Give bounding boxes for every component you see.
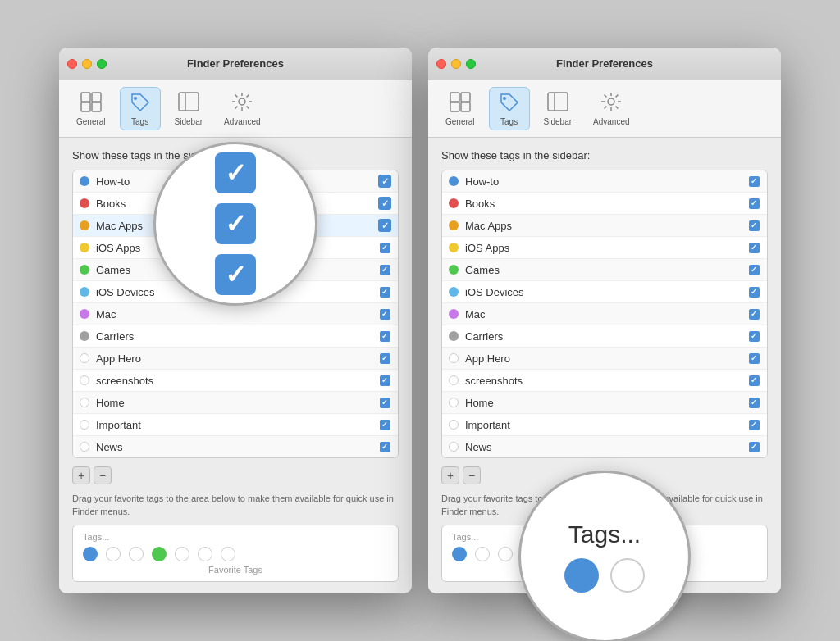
tag-checkbox[interactable] bbox=[378, 307, 391, 320]
list-item[interactable]: Carriers bbox=[73, 325, 398, 348]
favorite-tags-label-left: Favorite Tags bbox=[83, 565, 388, 575]
add-tag-button-right[interactable]: + bbox=[441, 466, 459, 484]
list-item[interactable]: Mac Apps bbox=[442, 215, 767, 237]
tag-color-dot-empty bbox=[449, 375, 459, 385]
tag-checkbox[interactable] bbox=[747, 440, 760, 453]
magnified-checkbox-1 bbox=[215, 152, 256, 193]
list-item[interactable]: Home bbox=[73, 392, 398, 414]
tag-checkbox[interactable] bbox=[378, 219, 391, 232]
minimize-button[interactable] bbox=[451, 59, 461, 69]
tag-checkbox[interactable] bbox=[378, 374, 391, 387]
tab-general-left[interactable]: General bbox=[69, 87, 113, 130]
list-item[interactable]: News bbox=[442, 436, 767, 457]
tag-checkbox[interactable] bbox=[378, 440, 391, 453]
list-item[interactable]: App Hero bbox=[73, 348, 398, 370]
tag-color-dot-empty bbox=[449, 353, 459, 363]
close-button[interactable] bbox=[67, 59, 77, 69]
svg-line-31 bbox=[605, 107, 607, 109]
tag-checkbox[interactable] bbox=[378, 241, 391, 254]
list-item[interactable]: Carriers bbox=[442, 325, 767, 348]
tags-icon-left bbox=[129, 91, 152, 116]
list-item[interactable]: Important bbox=[73, 414, 398, 436]
list-item[interactable]: iOS Apps bbox=[442, 237, 767, 259]
tag-label: iOS Devices bbox=[465, 286, 741, 298]
general-icon bbox=[80, 91, 103, 116]
tag-checkbox[interactable] bbox=[378, 197, 391, 210]
tag-label: screenshots bbox=[465, 375, 741, 387]
tab-general-right[interactable]: General bbox=[438, 87, 482, 130]
remove-tag-button[interactable]: − bbox=[94, 466, 112, 484]
list-item[interactable]: screenshots bbox=[73, 370, 398, 392]
tab-tags-left[interactable]: Tags bbox=[120, 87, 161, 130]
fav-dot bbox=[83, 547, 98, 561]
tag-label: Carriers bbox=[465, 330, 741, 343]
svg-rect-1 bbox=[81, 102, 90, 111]
tag-checkbox[interactable] bbox=[747, 374, 760, 387]
tag-checkbox[interactable] bbox=[747, 197, 760, 210]
left-window: Finder Preferences General bbox=[59, 48, 412, 593]
add-tag-button[interactable]: + bbox=[72, 466, 90, 484]
tag-checkbox[interactable] bbox=[747, 219, 760, 232]
tag-checkbox[interactable] bbox=[378, 263, 391, 276]
zoom-button[interactable] bbox=[97, 59, 107, 69]
list-item[interactable]: Games bbox=[442, 259, 767, 281]
favorite-tags-area-left[interactable]: Tags... Favorite Tags bbox=[72, 525, 399, 582]
tag-checkbox[interactable] bbox=[747, 396, 760, 409]
list-item[interactable]: iOS Devices bbox=[442, 281, 767, 303]
tag-checkbox[interactable] bbox=[747, 241, 760, 254]
tag-color-dot bbox=[80, 176, 89, 186]
svg-rect-19 bbox=[461, 102, 470, 111]
traffic-lights-right bbox=[436, 59, 476, 69]
svg-line-15 bbox=[235, 107, 238, 109]
list-item[interactable]: Important bbox=[442, 414, 767, 436]
traffic-lights-left bbox=[67, 59, 107, 69]
close-button[interactable] bbox=[436, 59, 446, 69]
sidebar-label-left: Sidebar bbox=[175, 117, 203, 126]
tab-advanced-right[interactable]: Advanced bbox=[586, 87, 637, 130]
tab-sidebar-left[interactable]: Sidebar bbox=[167, 87, 210, 130]
tag-checkbox[interactable] bbox=[378, 285, 391, 298]
zoom-button[interactable] bbox=[466, 59, 476, 69]
toolbar-right: General Tags bbox=[428, 80, 781, 138]
tag-checkbox[interactable] bbox=[378, 175, 391, 188]
advanced-label-left: Advanced bbox=[224, 117, 260, 126]
tags-icon-right bbox=[498, 91, 521, 116]
tag-checkbox[interactable] bbox=[378, 396, 391, 409]
tag-checkbox[interactable] bbox=[378, 330, 391, 343]
tag-checkbox[interactable] bbox=[378, 352, 391, 365]
list-item[interactable]: App Hero bbox=[442, 348, 767, 370]
list-item[interactable]: Home bbox=[442, 392, 767, 414]
list-item[interactable]: Mac bbox=[442, 303, 767, 325]
tag-color-dot bbox=[80, 198, 89, 208]
list-item[interactable]: News bbox=[73, 436, 398, 457]
titlebar-left: Finder Preferences bbox=[59, 48, 412, 80]
list-item[interactable]: Mac bbox=[73, 303, 398, 325]
list-item[interactable]: screenshots bbox=[442, 370, 767, 392]
tag-checkbox[interactable] bbox=[747, 418, 760, 431]
tag-color-dot bbox=[449, 198, 459, 208]
general-icon-right bbox=[449, 91, 472, 116]
list-item[interactable]: Books bbox=[442, 193, 767, 215]
tag-checkbox[interactable] bbox=[747, 307, 760, 320]
minimize-button[interactable] bbox=[82, 59, 92, 69]
tab-tags-right[interactable]: Tags bbox=[489, 87, 530, 130]
tag-checkbox[interactable] bbox=[747, 285, 760, 298]
remove-tag-button-right[interactable]: − bbox=[463, 466, 481, 484]
tag-checkbox[interactable] bbox=[747, 352, 760, 365]
tab-sidebar-right[interactable]: Sidebar bbox=[536, 87, 579, 130]
tag-color-dot bbox=[449, 176, 459, 186]
tag-label: iOS Apps bbox=[465, 242, 741, 254]
tag-label: App Hero bbox=[465, 352, 741, 365]
tab-advanced-left[interactable]: Advanced bbox=[217, 87, 267, 130]
tag-label: Games bbox=[465, 264, 741, 276]
list-item[interactable]: How-to bbox=[442, 170, 767, 193]
tag-color-dot bbox=[80, 287, 89, 297]
svg-point-4 bbox=[134, 97, 137, 100]
tag-checkbox[interactable] bbox=[747, 263, 760, 276]
tag-checkbox[interactable] bbox=[378, 418, 391, 431]
fav-dot-empty bbox=[221, 547, 235, 561]
tag-checkbox[interactable] bbox=[747, 175, 760, 188]
drag-hint-left: Drag your favorite tags to the area belo… bbox=[72, 493, 399, 518]
tag-checkbox[interactable] bbox=[747, 330, 760, 343]
fav-dot bbox=[152, 547, 167, 561]
